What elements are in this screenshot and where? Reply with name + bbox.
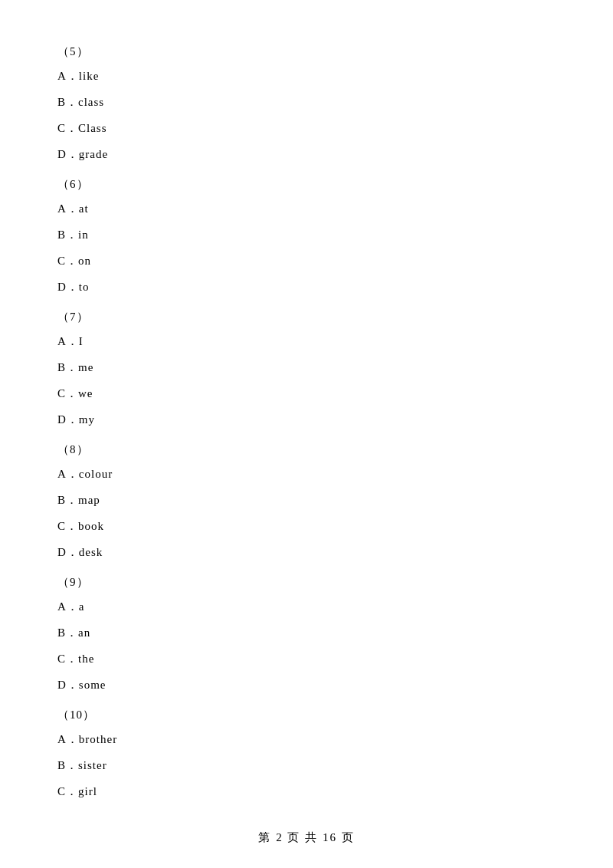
question-7-option-2: C．we	[57, 384, 556, 403]
question-9-option-1: B．an	[57, 623, 556, 642]
question-5-option-1: B．class	[57, 93, 556, 111]
question-10-option-1: B．sister	[57, 756, 556, 774]
question-10-option-2: C．girl	[57, 782, 556, 801]
question-8-option-0: A．colour	[57, 465, 556, 483]
page-footer: 第 2 页 共 16 页	[0, 830, 613, 845]
question-number-5: （5）	[57, 44, 556, 59]
question-number-10: （10）	[57, 708, 556, 722]
page-content: （5）A．likeB．classC．ClassD．grade（6）A．atB．i…	[0, 0, 613, 854]
question-number-8: （8）	[57, 442, 556, 457]
question-6-option-3: D．to	[57, 278, 556, 296]
question-7-option-0: A．I	[57, 332, 556, 350]
question-number-6: （6）	[57, 177, 556, 192]
question-8-option-2: C．book	[57, 517, 556, 535]
question-8-option-1: B．map	[57, 491, 556, 509]
question-number-7: （7）	[57, 310, 556, 324]
footer-text: 第 2 页 共 16 页	[258, 831, 354, 843]
question-7-option-3: D．my	[57, 410, 556, 429]
question-number-9: （9）	[57, 575, 556, 590]
question-5-option-2: C．Class	[57, 119, 556, 137]
question-6-option-0: A．at	[57, 199, 556, 218]
question-10-option-0: A．brother	[57, 730, 556, 748]
question-6-option-1: B．in	[57, 225, 556, 244]
question-6-option-2: C．on	[57, 252, 556, 270]
question-7-option-1: B．me	[57, 358, 556, 376]
question-9-option-2: C．the	[57, 649, 556, 668]
question-8-option-3: D．desk	[57, 543, 556, 561]
question-5-option-0: A．like	[57, 67, 556, 85]
question-9-option-3: D．some	[57, 676, 556, 694]
question-9-option-0: A．a	[57, 597, 556, 616]
question-5-option-3: D．grade	[57, 145, 556, 163]
